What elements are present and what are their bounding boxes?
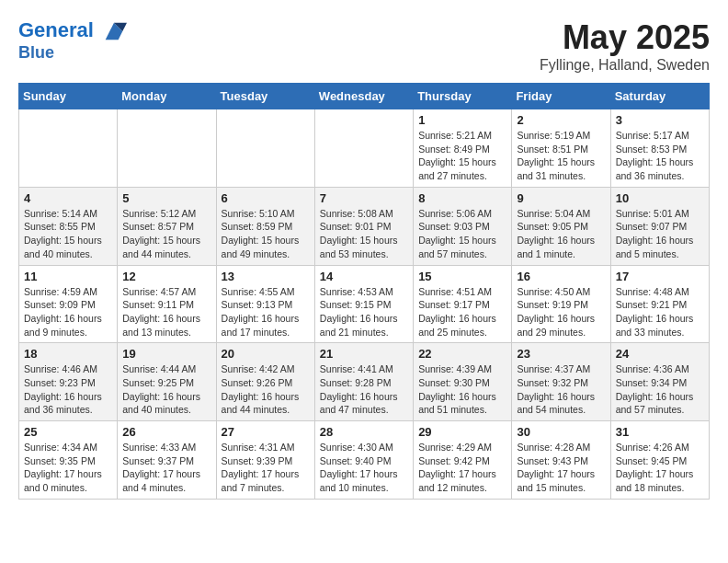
calendar-cell: 19Sunrise: 4:44 AMSunset: 9:25 PMDayligh… <box>118 343 216 421</box>
day-info: Sunrise: 5:14 AMSunset: 8:55 PMDaylight:… <box>24 207 112 261</box>
weekday-header-sunday: Sunday <box>19 84 118 109</box>
calendar-cell: 22Sunrise: 4:39 AMSunset: 9:30 PMDayligh… <box>414 343 512 421</box>
day-info: Sunrise: 5:19 AMSunset: 8:51 PMDaylight:… <box>517 129 605 183</box>
weekday-header-friday: Friday <box>512 84 610 109</box>
day-number: 31 <box>616 425 704 439</box>
weekday-header-tuesday: Tuesday <box>216 84 314 109</box>
logo-blue-text: Blue <box>18 44 127 63</box>
week-row-2: 4Sunrise: 5:14 AMSunset: 8:55 PMDaylight… <box>19 187 710 265</box>
day-info: Sunrise: 4:36 AMSunset: 9:34 PMDaylight:… <box>616 362 704 417</box>
day-number: 25 <box>24 425 112 439</box>
day-info: Sunrise: 5:01 AMSunset: 9:07 PMDaylight:… <box>616 207 704 261</box>
day-number: 9 <box>517 191 605 205</box>
calendar-cell: 31Sunrise: 4:26 AMSunset: 9:45 PMDayligh… <box>610 421 709 500</box>
week-row-5: 25Sunrise: 4:34 AMSunset: 9:35 PMDayligh… <box>19 421 710 500</box>
weekday-header-thursday: Thursday <box>414 84 512 109</box>
calendar-cell: 25Sunrise: 4:34 AMSunset: 9:35 PMDayligh… <box>19 421 118 500</box>
day-number: 30 <box>517 425 605 439</box>
calendar-cell: 20Sunrise: 4:42 AMSunset: 9:26 PMDayligh… <box>216 343 314 421</box>
calendar-cell: 5Sunrise: 5:12 AMSunset: 8:57 PMDaylight… <box>118 187 216 265</box>
day-info: Sunrise: 5:17 AMSunset: 8:53 PMDaylight:… <box>616 129 704 183</box>
day-number: 17 <box>616 270 704 283</box>
calendar-cell: 23Sunrise: 4:37 AMSunset: 9:32 PMDayligh… <box>512 343 610 421</box>
calendar-cell: 27Sunrise: 4:31 AMSunset: 9:39 PMDayligh… <box>216 421 314 500</box>
calendar-cell: 12Sunrise: 4:57 AMSunset: 9:11 PMDayligh… <box>118 265 216 343</box>
month-title: May 2025 <box>540 18 710 57</box>
day-info: Sunrise: 4:50 AMSunset: 9:19 PMDaylight:… <box>517 285 605 339</box>
calendar-cell: 17Sunrise: 4:48 AMSunset: 9:21 PMDayligh… <box>610 265 709 343</box>
day-number: 6 <box>222 191 310 205</box>
day-number: 8 <box>418 191 506 205</box>
day-number: 14 <box>320 270 408 283</box>
day-info: Sunrise: 5:10 AMSunset: 8:59 PMDaylight:… <box>222 207 310 261</box>
day-info: Sunrise: 4:55 AMSunset: 9:13 PMDaylight:… <box>222 285 310 339</box>
day-number: 4 <box>24 191 112 205</box>
week-row-3: 11Sunrise: 4:59 AMSunset: 9:09 PMDayligh… <box>19 265 710 343</box>
calendar-cell: 9Sunrise: 5:04 AMSunset: 9:05 PMDaylight… <box>512 187 610 265</box>
day-number: 2 <box>517 113 605 127</box>
calendar-cell: 15Sunrise: 4:51 AMSunset: 9:17 PMDayligh… <box>414 265 512 343</box>
day-number: 28 <box>320 425 408 439</box>
day-number: 22 <box>418 347 506 361</box>
day-info: Sunrise: 4:44 AMSunset: 9:25 PMDaylight:… <box>122 362 210 417</box>
calendar-cell: 1Sunrise: 5:21 AMSunset: 8:49 PMDaylight… <box>414 109 512 188</box>
weekday-header-row: SundayMondayTuesdayWednesdayThursdayFrid… <box>19 84 710 109</box>
calendar-cell: 11Sunrise: 4:59 AMSunset: 9:09 PMDayligh… <box>19 265 118 343</box>
day-number: 23 <box>517 347 605 361</box>
day-number: 1 <box>418 113 506 127</box>
day-info: Sunrise: 4:51 AMSunset: 9:17 PMDaylight:… <box>418 285 506 339</box>
page-header: General Blue May 2025 Fyllinge, Halland,… <box>18 18 710 74</box>
title-area: May 2025 Fyllinge, Halland, Sweden <box>540 18 710 74</box>
day-number: 20 <box>222 347 310 361</box>
day-info: Sunrise: 4:30 AMSunset: 9:40 PMDaylight:… <box>320 441 408 495</box>
day-info: Sunrise: 4:34 AMSunset: 9:35 PMDaylight:… <box>24 441 112 495</box>
day-info: Sunrise: 4:28 AMSunset: 9:43 PMDaylight:… <box>517 441 605 495</box>
day-number: 10 <box>616 191 704 205</box>
day-info: Sunrise: 4:37 AMSunset: 9:32 PMDaylight:… <box>517 362 605 417</box>
weekday-header-wednesday: Wednesday <box>314 84 413 109</box>
day-number: 3 <box>616 113 704 127</box>
logo-text: General <box>18 18 127 44</box>
day-info: Sunrise: 4:42 AMSunset: 9:26 PMDaylight:… <box>222 362 310 417</box>
day-info: Sunrise: 4:57 AMSunset: 9:11 PMDaylight:… <box>122 285 210 339</box>
day-number: 19 <box>122 347 210 361</box>
calendar-cell: 21Sunrise: 4:41 AMSunset: 9:28 PMDayligh… <box>314 343 413 421</box>
day-info: Sunrise: 4:31 AMSunset: 9:39 PMDaylight:… <box>222 441 310 495</box>
day-info: Sunrise: 4:46 AMSunset: 9:23 PMDaylight:… <box>24 362 112 417</box>
calendar-cell: 28Sunrise: 4:30 AMSunset: 9:40 PMDayligh… <box>314 421 413 500</box>
day-info: Sunrise: 4:33 AMSunset: 9:37 PMDaylight:… <box>122 441 210 495</box>
logo-icon <box>101 18 127 44</box>
calendar-cell: 30Sunrise: 4:28 AMSunset: 9:43 PMDayligh… <box>512 421 610 500</box>
day-info: Sunrise: 4:41 AMSunset: 9:28 PMDaylight:… <box>320 362 408 417</box>
calendar-cell <box>19 109 118 188</box>
calendar-table: SundayMondayTuesdayWednesdayThursdayFrid… <box>18 83 710 500</box>
calendar-cell: 4Sunrise: 5:14 AMSunset: 8:55 PMDaylight… <box>19 187 118 265</box>
day-number: 13 <box>222 270 310 283</box>
calendar-cell: 7Sunrise: 5:08 AMSunset: 9:01 PMDaylight… <box>314 187 413 265</box>
calendar-cell <box>118 109 216 188</box>
weekday-header-saturday: Saturday <box>610 84 709 109</box>
calendar-cell: 6Sunrise: 5:10 AMSunset: 8:59 PMDaylight… <box>216 187 314 265</box>
day-number: 7 <box>320 191 408 205</box>
calendar-cell: 13Sunrise: 4:55 AMSunset: 9:13 PMDayligh… <box>216 265 314 343</box>
day-number: 26 <box>122 425 210 439</box>
day-info: Sunrise: 4:29 AMSunset: 9:42 PMDaylight:… <box>418 441 506 495</box>
day-number: 12 <box>122 270 210 283</box>
day-number: 24 <box>616 347 704 361</box>
day-number: 5 <box>122 191 210 205</box>
day-info: Sunrise: 5:04 AMSunset: 9:05 PMDaylight:… <box>517 207 605 261</box>
calendar-cell <box>216 109 314 188</box>
day-info: Sunrise: 5:12 AMSunset: 8:57 PMDaylight:… <box>122 207 210 261</box>
day-number: 15 <box>418 270 506 283</box>
day-info: Sunrise: 4:53 AMSunset: 9:15 PMDaylight:… <box>320 285 408 339</box>
day-info: Sunrise: 4:39 AMSunset: 9:30 PMDaylight:… <box>418 362 506 417</box>
day-number: 21 <box>320 347 408 361</box>
weekday-header-monday: Monday <box>118 84 216 109</box>
calendar-cell: 2Sunrise: 5:19 AMSunset: 8:51 PMDaylight… <box>512 109 610 188</box>
day-info: Sunrise: 4:59 AMSunset: 9:09 PMDaylight:… <box>24 285 112 339</box>
day-number: 29 <box>418 425 506 439</box>
calendar-cell: 10Sunrise: 5:01 AMSunset: 9:07 PMDayligh… <box>610 187 709 265</box>
calendar-cell: 16Sunrise: 4:50 AMSunset: 9:19 PMDayligh… <box>512 265 610 343</box>
day-number: 18 <box>24 347 112 361</box>
calendar-cell: 26Sunrise: 4:33 AMSunset: 9:37 PMDayligh… <box>118 421 216 500</box>
